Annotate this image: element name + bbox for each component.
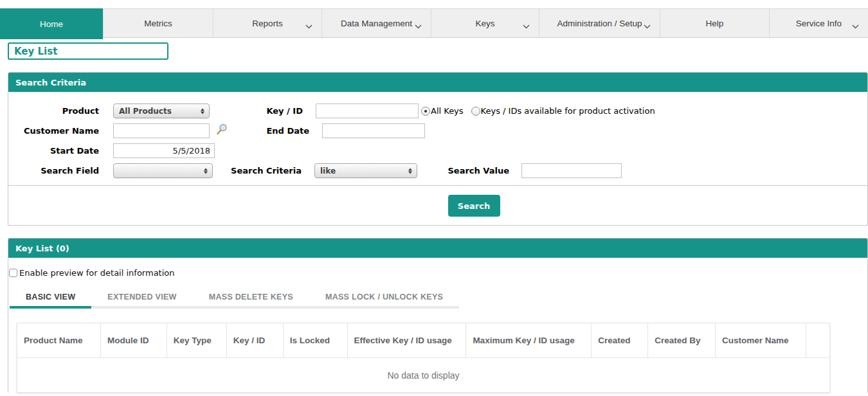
- select-stepper-icon: [201, 108, 204, 114]
- key-list-panel: Key List (0) Enable preview for detail i…: [8, 238, 868, 393]
- col-is-locked[interactable]: Is Locked: [283, 323, 347, 358]
- nav-tab-reports[interactable]: Reports: [213, 9, 321, 37]
- nav-tab-metrics-label: Metrics: [144, 19, 172, 28]
- search-field-label: Search Field: [8, 166, 99, 176]
- end-date-input[interactable]: [322, 123, 425, 138]
- form-row-3: Start Date: [8, 143, 867, 158]
- key-list-table: Product Name Module ID Key Type Key / ID…: [17, 323, 830, 393]
- customer-name-input[interactable]: [113, 123, 210, 138]
- no-data-message: No data to display: [17, 358, 830, 393]
- col-key-type[interactable]: Key Type: [167, 323, 226, 358]
- search-criteria-select-value: like: [320, 166, 336, 176]
- all-keys-radio-label[interactable]: All Keys: [431, 106, 464, 116]
- chevron-down-icon: [415, 21, 422, 31]
- tab-mass-lock-unlock-keys[interactable]: MASS LOCK / UNLOCK KEYS: [309, 287, 459, 309]
- start-date-label: Start Date: [8, 146, 99, 156]
- search-button[interactable]: Search: [448, 195, 500, 217]
- nav-tab-service-info[interactable]: Service Info: [769, 9, 868, 37]
- col-key-id[interactable]: Key / ID: [226, 323, 283, 358]
- enable-preview-checkbox[interactable]: [9, 269, 17, 277]
- search-button-row: Search: [8, 185, 867, 225]
- chevron-down-icon: [523, 21, 530, 31]
- nav-tab-data-management[interactable]: Data Management: [321, 9, 431, 37]
- page-title-text: Key List: [14, 46, 57, 57]
- search-form: Product All Products Key / ID All Keys K…: [8, 92, 867, 185]
- all-keys-radio[interactable]: [421, 107, 430, 116]
- col-created-by[interactable]: Created By: [648, 323, 716, 358]
- preview-checkbox-row: Enable preview for detail information: [9, 268, 867, 278]
- nav-tab-administration-setup-label: Administration / Setup: [557, 19, 642, 28]
- col-effective-usage[interactable]: Effective Key / ID usage: [347, 323, 466, 358]
- search-criteria-panel: Search Criteria Product All Products Key…: [8, 72, 868, 226]
- product-label: Product: [8, 106, 99, 116]
- nav-tab-administration-setup[interactable]: Administration / Setup: [539, 9, 660, 37]
- view-tabs: BASIC VIEW EXTENDED VIEW MASS DELETE KEY…: [10, 287, 459, 309]
- nav-tab-keys[interactable]: Keys: [431, 9, 539, 37]
- available-keys-radio[interactable]: [471, 107, 480, 116]
- enable-preview-label[interactable]: Enable preview for detail information: [19, 268, 175, 278]
- product-select[interactable]: All Products: [113, 104, 210, 118]
- col-product-name[interactable]: Product Name: [17, 323, 101, 358]
- col-actions-empty: [806, 323, 829, 358]
- key-id-label: Key / ID: [222, 106, 303, 116]
- search-value-label: Search Value: [445, 166, 509, 176]
- select-stepper-icon: [408, 168, 412, 174]
- search-criteria-select[interactable]: like: [314, 163, 417, 178]
- chevron-down-icon: [644, 21, 651, 31]
- empty-state-row: No data to display: [17, 358, 830, 393]
- col-module-id[interactable]: Module ID: [100, 323, 167, 358]
- page-title: Key List: [8, 42, 168, 60]
- key-list-header-label: Key List (0): [15, 244, 69, 253]
- available-keys-radio-label[interactable]: Keys / IDs available for product activat…: [481, 106, 655, 116]
- product-select-value: All Products: [119, 107, 172, 116]
- chevron-down-icon: [852, 21, 859, 31]
- col-maximum-usage[interactable]: Maximum Key / ID usage: [466, 323, 592, 358]
- form-row-4: Search Field Search Criteria like Search…: [8, 163, 867, 178]
- nav-tab-keys-label: Keys: [475, 19, 494, 28]
- chevron-down-icon: [305, 21, 312, 31]
- search-criteria-header-label: Search Criteria: [15, 78, 86, 87]
- nav-tab-home[interactable]: Home: [0, 8, 103, 39]
- key-id-input[interactable]: [316, 104, 419, 118]
- table-header-row: Product Name Module ID Key Type Key / ID…: [17, 323, 830, 358]
- form-row-2: Customer Name End Date: [8, 123, 867, 138]
- tab-basic-view[interactable]: BASIC VIEW: [10, 287, 91, 309]
- nav-tab-service-info-label: Service Info: [796, 19, 842, 28]
- customer-name-label: Customer Name: [8, 126, 99, 136]
- start-date-input[interactable]: [113, 143, 215, 158]
- nav-tab-data-management-label: Data Management: [341, 19, 412, 28]
- form-row-1: Product All Products Key / ID All Keys K…: [8, 104, 867, 118]
- search-magnifier-icon[interactable]: [216, 123, 228, 138]
- keys-radio-group: All Keys Keys / IDs available for produc…: [421, 106, 655, 116]
- nav-tab-home-label: Home: [40, 19, 63, 29]
- search-field-select[interactable]: [113, 163, 213, 178]
- key-list-header: Key List (0): [8, 239, 867, 258]
- main-navigation: Home Metrics Reports Data Management Key…: [0, 8, 868, 38]
- nav-tab-help-label: Help: [706, 19, 724, 28]
- top-strip: [0, 0, 868, 8]
- search-criteria-header: Search Criteria: [8, 73, 867, 92]
- end-date-label: End Date: [229, 126, 309, 136]
- col-customer-name[interactable]: Customer Name: [716, 323, 806, 358]
- col-created[interactable]: Created: [592, 323, 648, 358]
- nav-tab-help[interactable]: Help: [660, 9, 769, 37]
- select-stepper-icon: [204, 168, 208, 174]
- search-criteria-label: Search Criteria: [221, 166, 302, 176]
- tab-extended-view[interactable]: EXTENDED VIEW: [91, 287, 192, 309]
- tab-mass-delete-keys[interactable]: MASS DELETE KEYS: [193, 287, 309, 309]
- nav-tab-metrics[interactable]: Metrics: [103, 9, 213, 37]
- search-value-input[interactable]: [521, 163, 622, 178]
- nav-tab-reports-label: Reports: [252, 19, 282, 28]
